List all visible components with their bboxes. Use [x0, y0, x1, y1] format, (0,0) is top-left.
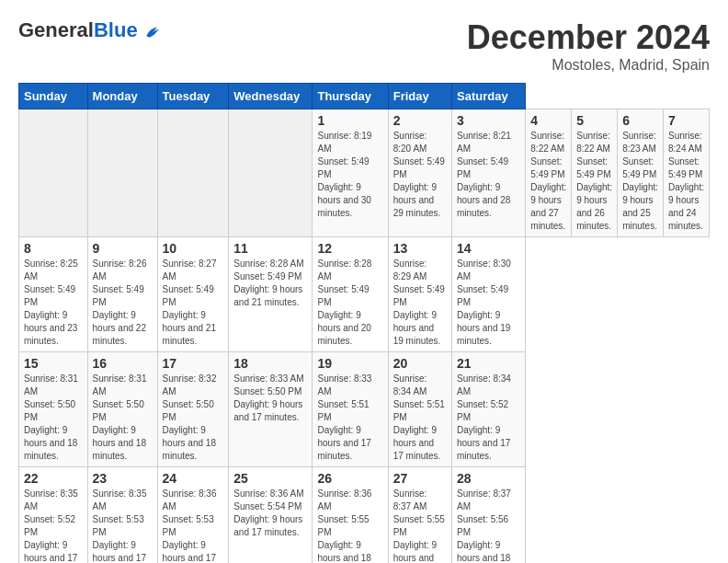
day-number: 7	[668, 113, 704, 128]
month-title: December 2024	[467, 18, 710, 57]
logo-general-text: General	[18, 18, 94, 41]
calendar-cell: 11Sunrise: 8:28 AM Sunset: 5:49 PM Dayli…	[229, 237, 313, 352]
day-info: Sunrise: 8:31 AM Sunset: 5:50 PM Dayligh…	[93, 373, 153, 463]
day-number: 6	[622, 113, 658, 128]
day-header-wednesday: Wednesday	[229, 84, 313, 109]
calendar-week-row: 1Sunrise: 8:19 AM Sunset: 5:49 PM Daylig…	[19, 109, 710, 237]
day-number: 9	[93, 241, 153, 256]
calendar-cell: 2Sunrise: 8:20 AM Sunset: 5:49 PM Daylig…	[388, 109, 451, 237]
calendar-cell: 14Sunrise: 8:30 AM Sunset: 5:49 PM Dayli…	[452, 237, 526, 352]
day-info: Sunrise: 8:31 AM Sunset: 5:50 PM Dayligh…	[24, 373, 83, 463]
day-info: Sunrise: 8:29 AM Sunset: 5:49 PM Dayligh…	[393, 258, 447, 348]
day-header-sunday: Sunday	[19, 84, 88, 109]
calendar-week-row: 8Sunrise: 8:25 AM Sunset: 5:49 PM Daylig…	[19, 237, 710, 352]
calendar-cell: 10Sunrise: 8:27 AM Sunset: 5:49 PM Dayli…	[157, 237, 229, 352]
day-header-friday: Friday	[388, 84, 451, 109]
day-number: 12	[317, 241, 382, 256]
calendar-cell: 5Sunrise: 8:22 AM Sunset: 5:49 PM Daylig…	[572, 109, 618, 237]
calendar-cell	[157, 109, 229, 237]
day-info: Sunrise: 8:23 AM Sunset: 5:49 PM Dayligh…	[622, 130, 658, 233]
day-number: 14	[457, 241, 520, 256]
day-number: 22	[24, 471, 83, 486]
day-header-tuesday: Tuesday	[157, 84, 229, 109]
day-info: Sunrise: 8:25 AM Sunset: 5:49 PM Dayligh…	[24, 258, 83, 348]
day-number: 28	[457, 471, 520, 486]
day-info: Sunrise: 8:35 AM Sunset: 5:53 PM Dayligh…	[93, 488, 153, 563]
day-info: Sunrise: 8:36 AM Sunset: 5:53 PM Dayligh…	[163, 488, 224, 563]
calendar-cell: 18Sunrise: 8:33 AM Sunset: 5:50 PM Dayli…	[229, 352, 313, 467]
calendar-cell: 20Sunrise: 8:34 AM Sunset: 5:51 PM Dayli…	[388, 352, 451, 467]
calendar-cell: 12Sunrise: 8:28 AM Sunset: 5:49 PM Dayli…	[313, 237, 388, 352]
location-title: Mostoles, Madrid, Spain	[467, 57, 710, 74]
calendar-cell: 21Sunrise: 8:34 AM Sunset: 5:52 PM Dayli…	[452, 352, 526, 467]
calendar-cell: 26Sunrise: 8:36 AM Sunset: 5:55 PM Dayli…	[313, 467, 388, 564]
calendar-cell: 15Sunrise: 8:31 AM Sunset: 5:50 PM Dayli…	[19, 352, 88, 467]
day-info: Sunrise: 8:24 AM Sunset: 5:49 PM Dayligh…	[668, 130, 704, 233]
day-number: 8	[24, 241, 83, 256]
day-number: 3	[457, 113, 520, 128]
calendar-cell: 3Sunrise: 8:21 AM Sunset: 5:49 PM Daylig…	[452, 109, 526, 237]
day-number: 13	[393, 241, 447, 256]
calendar-cell: 13Sunrise: 8:29 AM Sunset: 5:49 PM Dayli…	[388, 237, 451, 352]
day-info: Sunrise: 8:34 AM Sunset: 5:51 PM Dayligh…	[393, 373, 447, 463]
day-info: Sunrise: 8:22 AM Sunset: 5:49 PM Dayligh…	[576, 130, 612, 233]
day-info: Sunrise: 8:30 AM Sunset: 5:49 PM Dayligh…	[457, 258, 520, 348]
day-number: 16	[93, 356, 153, 371]
day-header-monday: Monday	[87, 84, 157, 109]
day-info: Sunrise: 8:21 AM Sunset: 5:49 PM Dayligh…	[457, 130, 520, 220]
calendar-cell	[229, 109, 313, 237]
day-number: 23	[93, 471, 153, 486]
calendar-cell: 17Sunrise: 8:32 AM Sunset: 5:50 PM Dayli…	[157, 352, 229, 467]
day-number: 25	[233, 471, 307, 486]
calendar-cell: 23Sunrise: 8:35 AM Sunset: 5:53 PM Dayli…	[87, 467, 157, 564]
day-info: Sunrise: 8:28 AM Sunset: 5:49 PM Dayligh…	[317, 258, 382, 348]
day-info: Sunrise: 8:34 AM Sunset: 5:52 PM Dayligh…	[457, 373, 520, 463]
calendar-cell: 6Sunrise: 8:23 AM Sunset: 5:49 PM Daylig…	[618, 109, 664, 237]
day-number: 10	[163, 241, 224, 256]
calendar-week-row: 22Sunrise: 8:35 AM Sunset: 5:52 PM Dayli…	[19, 467, 710, 564]
day-number: 1	[317, 113, 382, 128]
calendar-cell: 19Sunrise: 8:33 AM Sunset: 5:51 PM Dayli…	[313, 352, 388, 467]
day-number: 17	[163, 356, 224, 371]
day-info: Sunrise: 8:32 AM Sunset: 5:50 PM Dayligh…	[163, 373, 224, 463]
calendar-cell	[19, 109, 88, 237]
day-number: 4	[530, 113, 566, 128]
day-info: Sunrise: 8:33 AM Sunset: 5:51 PM Dayligh…	[317, 373, 382, 463]
calendar-cell: 24Sunrise: 8:36 AM Sunset: 5:53 PM Dayli…	[157, 467, 229, 564]
day-info: Sunrise: 8:36 AM Sunset: 5:55 PM Dayligh…	[317, 488, 382, 563]
calendar-cell	[87, 109, 157, 237]
calendar-week-row: 15Sunrise: 8:31 AM Sunset: 5:50 PM Dayli…	[19, 352, 710, 467]
day-info: Sunrise: 8:20 AM Sunset: 5:49 PM Dayligh…	[393, 130, 447, 220]
day-number: 21	[457, 356, 520, 371]
day-number: 11	[233, 241, 307, 256]
logo: GeneralBlue	[18, 18, 162, 42]
calendar-cell: 4Sunrise: 8:22 AM Sunset: 5:49 PM Daylig…	[526, 109, 572, 237]
day-info: Sunrise: 8:28 AM Sunset: 5:49 PM Dayligh…	[233, 258, 307, 309]
day-info: Sunrise: 8:26 AM Sunset: 5:49 PM Dayligh…	[93, 258, 153, 348]
calendar-table: SundayMondayTuesdayWednesdayThursdayFrid…	[18, 83, 710, 563]
day-info: Sunrise: 8:36 AM Sunset: 5:54 PM Dayligh…	[233, 488, 307, 539]
header: GeneralBlue December 2024 Mostoles, Madr…	[18, 18, 710, 74]
calendar-cell: 16Sunrise: 8:31 AM Sunset: 5:50 PM Dayli…	[87, 352, 157, 467]
calendar-header-row: SundayMondayTuesdayWednesdayThursdayFrid…	[19, 84, 710, 109]
day-info: Sunrise: 8:35 AM Sunset: 5:52 PM Dayligh…	[24, 488, 83, 563]
day-info: Sunrise: 8:33 AM Sunset: 5:50 PM Dayligh…	[233, 373, 307, 424]
logo-bird-icon	[143, 24, 162, 42]
day-info: Sunrise: 8:37 AM Sunset: 5:55 PM Dayligh…	[393, 488, 447, 563]
calendar-cell: 8Sunrise: 8:25 AM Sunset: 5:49 PM Daylig…	[19, 237, 88, 352]
calendar-cell: 1Sunrise: 8:19 AM Sunset: 5:49 PM Daylig…	[313, 109, 388, 237]
day-header-thursday: Thursday	[313, 84, 388, 109]
calendar-cell: 22Sunrise: 8:35 AM Sunset: 5:52 PM Dayli…	[19, 467, 88, 564]
logo-blue-text: Blue	[94, 18, 138, 41]
day-number: 26	[317, 471, 382, 486]
day-info: Sunrise: 8:19 AM Sunset: 5:49 PM Dayligh…	[317, 130, 382, 220]
day-number: 24	[163, 471, 224, 486]
calendar-cell: 27Sunrise: 8:37 AM Sunset: 5:55 PM Dayli…	[388, 467, 451, 564]
day-number: 18	[233, 356, 307, 371]
day-number: 20	[393, 356, 447, 371]
day-number: 27	[393, 471, 447, 486]
calendar-cell: 7Sunrise: 8:24 AM Sunset: 5:49 PM Daylig…	[664, 109, 710, 237]
day-header-saturday: Saturday	[452, 84, 526, 109]
calendar-cell: 25Sunrise: 8:36 AM Sunset: 5:54 PM Dayli…	[229, 467, 313, 564]
day-info: Sunrise: 8:37 AM Sunset: 5:56 PM Dayligh…	[457, 488, 520, 563]
